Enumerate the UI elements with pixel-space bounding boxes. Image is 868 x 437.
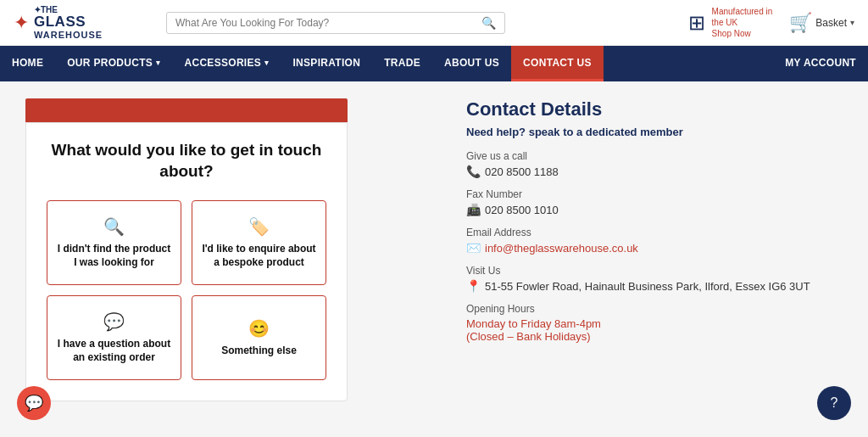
visit-section: Visit Us 📍 51-55 Fowler Road, Hainault B… bbox=[466, 265, 843, 293]
option-label-no-product: I didn't find the product I was looking … bbox=[56, 242, 172, 271]
hours-section: Opening Hours Monday to Friday 8am-4pm (… bbox=[466, 303, 843, 343]
basket[interactable]: 🛒 Basket ▾ bbox=[789, 12, 854, 34]
contact-subtitle: Need help? speak to a dedicated member bbox=[466, 126, 843, 138]
nav-item-our-products[interactable]: OUR PRODUCTS ▾ bbox=[55, 46, 172, 81]
fax-label: Fax Number bbox=[466, 188, 843, 200]
logo[interactable]: ✦ ✦THE GLASS WAREHOUSE bbox=[14, 5, 149, 41]
phone-number: 020 8500 1188 bbox=[485, 165, 559, 178]
basket-arrow-icon: ▾ bbox=[850, 18, 854, 27]
search-input[interactable] bbox=[175, 17, 481, 29]
search-bar[interactable]: 🔍 bbox=[166, 12, 505, 34]
main-nav: HOME OUR PRODUCTS ▾ ACCESSORIES ▾ INSPIR… bbox=[0, 46, 868, 81]
email-value: ✉️ info@theglasswarehouse.co.uk bbox=[466, 241, 843, 255]
nav-item-accessories[interactable]: ACCESSORIES ▾ bbox=[172, 46, 281, 81]
fax-icon: 📠 bbox=[466, 203, 481, 216]
hours-label: Opening Hours bbox=[466, 303, 843, 315]
option-no-product[interactable]: 🔍 I didn't find the product I was lookin… bbox=[47, 200, 181, 285]
basket-label: Basket bbox=[815, 17, 847, 29]
basket-icon: 🛒 bbox=[789, 12, 812, 34]
search-button[interactable]: 🔍 bbox=[481, 16, 496, 30]
logo-glass: GLASS bbox=[34, 14, 103, 31]
options-grid: 🔍 I didn't find the product I was lookin… bbox=[47, 200, 326, 380]
phone-value: 📞 020 8500 1188 bbox=[466, 165, 843, 178]
logo-the: ✦THE bbox=[34, 5, 103, 14]
option-something-else[interactable]: 😊 Something else bbox=[192, 295, 326, 380]
hours-note: (Closed – Bank Holidays) bbox=[466, 330, 843, 343]
option-label-bespoke: I'd like to enquire about a bespoke prod… bbox=[201, 242, 317, 271]
phone-section: Give us a call 📞 020 8500 1188 bbox=[466, 150, 843, 178]
help-button[interactable]: ? bbox=[817, 386, 851, 420]
chat-button[interactable]: 💬 bbox=[17, 386, 51, 420]
fax-section: Fax Number 📠 020 8500 1010 bbox=[466, 188, 843, 216]
smile-icon: 😊 bbox=[248, 318, 270, 339]
email-icon: ✉️ bbox=[466, 241, 481, 255]
visit-label: Visit Us bbox=[466, 265, 843, 277]
nav-item-trade[interactable]: TRADE bbox=[372, 46, 432, 81]
form-red-bar bbox=[25, 98, 348, 122]
chat-icon: 💬 bbox=[103, 311, 125, 332]
logo-text: ✦THE GLASS WAREHOUSE bbox=[34, 5, 103, 41]
hours-value: Monday to Friday 8am-4pm bbox=[466, 317, 843, 330]
phone-icon: 📞 bbox=[466, 165, 481, 178]
contact-form-panel: What would you like to get in touch abou… bbox=[25, 98, 432, 420]
contact-form-box: What would you like to get in touch abou… bbox=[25, 122, 348, 401]
option-label-something-else: Something else bbox=[221, 344, 297, 358]
option-label-existing-order: I have a question about an existing orde… bbox=[56, 337, 172, 366]
nav-item-contact-us[interactable]: CONTACT US bbox=[511, 46, 604, 81]
email-label: Email Address bbox=[466, 227, 843, 238]
uk-text: Manufactured in the UK Shop Now bbox=[712, 6, 773, 39]
help-icon: ? bbox=[831, 395, 838, 411]
search-icon: 🔍 bbox=[103, 216, 125, 237]
chevron-down-icon: ▾ bbox=[156, 59, 160, 67]
header-right: ⊞ Manufactured in the UK Shop Now 🛒 Bask… bbox=[688, 6, 854, 39]
site-header: ✦ ✦THE GLASS WAREHOUSE 🔍 ⊞ Manufactured … bbox=[0, 0, 868, 46]
location-icon: 📍 bbox=[466, 279, 481, 293]
contact-details-panel: Contact Details Need help? speak to a de… bbox=[432, 98, 843, 420]
address-value: 📍 51-55 Fowler Road, Hainault Business P… bbox=[466, 279, 843, 293]
main-content: What would you like to get in touch abou… bbox=[0, 81, 868, 437]
nav-item-about-us[interactable]: ABOUT US bbox=[432, 46, 511, 81]
email-address[interactable]: info@theglasswarehouse.co.uk bbox=[485, 242, 638, 255]
tag-icon: 🏷️ bbox=[248, 216, 270, 237]
layers-icon: ⊞ bbox=[688, 11, 705, 35]
nav-item-home[interactable]: HOME bbox=[0, 46, 55, 81]
fax-number: 020 8500 1010 bbox=[485, 204, 559, 216]
form-question: What would you like to get in touch abou… bbox=[47, 140, 326, 182]
nav-spacer bbox=[604, 46, 773, 81]
option-bespoke[interactable]: 🏷️ I'd like to enquire about a bespoke p… bbox=[192, 200, 326, 285]
option-existing-order[interactable]: 💬 I have a question about an existing or… bbox=[47, 295, 181, 380]
logo-warehouse: WAREHOUSE bbox=[34, 30, 103, 40]
logo-star-icon: ✦ bbox=[14, 12, 29, 34]
contact-details-title: Contact Details bbox=[466, 98, 843, 120]
nav-item-inspiration[interactable]: INSPIRATION bbox=[281, 46, 372, 81]
nav-item-my-account[interactable]: MY ACCOUNT bbox=[773, 46, 868, 81]
chevron-down-icon: ▾ bbox=[264, 59, 269, 67]
fax-value: 📠 020 8500 1010 bbox=[466, 203, 843, 216]
email-section: Email Address ✉️ info@theglasswarehouse.… bbox=[466, 227, 843, 255]
chat-icon: 💬 bbox=[25, 394, 43, 412]
phone-label: Give us a call bbox=[466, 150, 843, 162]
uk-badge: ⊞ Manufactured in the UK Shop Now bbox=[688, 6, 773, 39]
address-text: 51-55 Fowler Road, Hainault Business Par… bbox=[485, 280, 810, 293]
